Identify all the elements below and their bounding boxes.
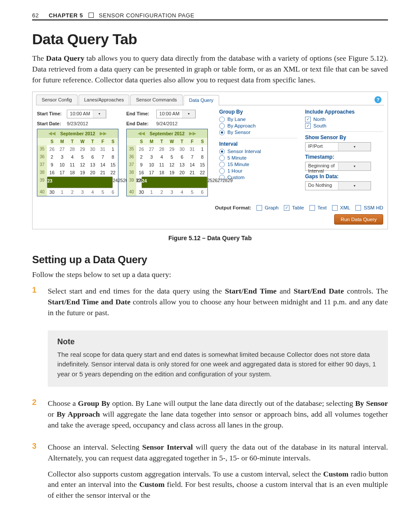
checkbox-xml[interactable]: XML [332,205,351,211]
calendar-day[interactable]: 27 [146,145,156,153]
calendar-day[interactable]: 2 [67,188,77,196]
calendar-day[interactable]: 3 [167,188,177,196]
calendar-day[interactable]: 13 [88,161,98,169]
checkbox-graph[interactable]: Graph [256,205,279,211]
calendar-day[interactable]: 25 [207,176,213,188]
chevron-down-icon[interactable]: ▾ [93,110,106,118]
end-time-input[interactable]: 10:00 AM ▾ [156,110,195,118]
calendar-day[interactable]: 15 [197,161,207,169]
radio-15-minute[interactable]: 15 Minute [219,162,297,167]
calendar-day[interactable]: 1 [197,145,207,153]
calendar-day[interactable]: 14 [98,161,108,169]
calendar-day[interactable]: 21 [187,169,197,176]
calendar-day[interactable]: 1 [146,188,156,196]
calendar-day[interactable]: 13 [177,161,187,169]
calendar-day[interactable]: 2 [47,153,57,161]
help-icon[interactable]: ? [375,96,381,103]
calendar-day[interactable]: 29 [167,145,177,153]
tab-data-query[interactable]: Data Query [184,95,219,105]
calendar-day[interactable]: 12 [167,161,177,169]
calendar-day[interactable]: 6 [177,153,187,161]
cal-next-icon[interactable]: ▶▶ [188,131,197,136]
calendar-day[interactable]: 12 [77,161,87,169]
calendar-day[interactable]: 5 [187,188,197,196]
calendar-day[interactable]: 24 [113,176,118,188]
calendar-day[interactable]: 10 [146,161,156,169]
calendar-day[interactable]: 11 [67,161,77,169]
checkbox-text[interactable]: Text [309,205,327,211]
calendar-day[interactable]: 20 [177,169,187,176]
radio-1-hour[interactable]: 1 Hour [219,168,297,174]
calendar-day[interactable]: 31 [98,145,108,153]
calendar-day[interactable]: 31 [187,145,197,153]
calendar-day[interactable]: 5 [167,153,177,161]
calendar-day[interactable]: 28 [157,145,167,153]
calendar-day[interactable]: 1 [57,188,67,196]
calendar-day[interactable]: 16 [136,169,146,176]
calendar-day[interactable]: 30 [177,145,187,153]
calendar-day[interactable]: 18 [157,169,167,176]
calendar-day[interactable]: 7 [98,153,108,161]
radio-custom[interactable]: Custom [219,175,297,180]
calendar-day[interactable]: 23 [47,176,113,188]
chevron-down-icon[interactable]: ▾ [338,182,371,190]
calendar-day[interactable]: 11 [157,161,167,169]
calendar-day[interactable]: 4 [67,153,77,161]
calendar-day[interactable]: 25 [118,176,123,188]
calendar-day[interactable]: 17 [146,169,156,176]
radio-by-sensor[interactable]: By Sensor [219,130,297,135]
chevron-down-icon[interactable]: ▾ [338,143,371,151]
calendar-day[interactable]: 10 [57,161,67,169]
calendar-day[interactable]: 15 [108,161,118,169]
radio-sensor-interval[interactable]: Sensor Interval [219,149,297,154]
calendar-day[interactable]: 1 [108,145,118,153]
calendar-day[interactable]: 24 [141,176,207,188]
calendar-day[interactable]: 26 [136,145,146,153]
calendar-day[interactable]: 26 [47,145,57,153]
calendar-day[interactable]: 22 [108,169,118,176]
start-time-input[interactable]: 10:00 AM ▾ [67,110,106,118]
cal-next-icon[interactable]: ▶▶ [99,131,108,136]
calendar-day[interactable]: 7 [187,153,197,161]
radio-by-lane[interactable]: By Lane [219,117,297,122]
calendar-day[interactable]: 28 [67,145,77,153]
radio-by-approach[interactable]: By Approach [219,123,297,129]
calendar-day[interactable]: 22 [197,169,207,176]
start-calendar[interactable]: ◀◀September 2012▶▶SMTWTFS352627282930311… [37,129,118,196]
cal-prev-icon[interactable]: ◀◀ [137,131,146,136]
calendar-day[interactable]: 8 [197,153,207,161]
calendar-day[interactable]: 6 [197,188,207,196]
calendar-day[interactable]: 30 [88,145,98,153]
calendar-day[interactable]: 23 [136,176,141,188]
end-calendar[interactable]: ◀◀September 2012▶▶SMTWTFS352627282930311… [126,129,208,196]
calendar-day[interactable]: 5 [77,153,87,161]
calendar-day[interactable]: 3 [57,153,67,161]
cal-prev-icon[interactable]: ◀◀ [47,131,57,136]
show-sensor-by-select[interactable]: IP/Port▾ [305,142,371,151]
checkbox-ssm-hd[interactable]: SSM HD [355,205,383,211]
calendar-day[interactable]: 19 [77,169,87,176]
calendar-day[interactable]: 9 [47,161,57,169]
calendar-day[interactable]: 4 [88,188,98,196]
calendar-day[interactable]: 30 [47,188,57,196]
calendar-day[interactable]: 29 [77,145,87,153]
calendar-day[interactable]: 8 [108,153,118,161]
calendar-day[interactable]: 9 [136,161,146,169]
tab-sensor-config[interactable]: Sensor Config [36,95,78,105]
calendar-day[interactable]: 18 [67,169,77,176]
calendar-day[interactable]: 3 [146,153,156,161]
calendar-day[interactable]: 21 [98,169,108,176]
tab-sensor-commands[interactable]: Sensor Commands [130,95,182,105]
calendar-day[interactable]: 6 [108,188,118,196]
gaps-select[interactable]: Do Nothing▾ [305,181,371,190]
tab-lanes-approaches[interactable]: Lanes/Approaches [79,95,130,105]
calendar-day[interactable]: 4 [177,188,187,196]
chevron-down-icon[interactable]: ▾ [183,110,195,118]
radio-5-minute[interactable]: 5 Minute [219,155,297,161]
checkbox-north[interactable]: North [305,117,383,122]
calendar-day[interactable]: 2 [136,153,146,161]
calendar-day[interactable]: 6 [88,153,98,161]
calendar-day[interactable]: 14 [187,161,197,169]
calendar-day[interactable]: 19 [167,169,177,176]
checkbox-table[interactable]: Table [284,205,304,211]
